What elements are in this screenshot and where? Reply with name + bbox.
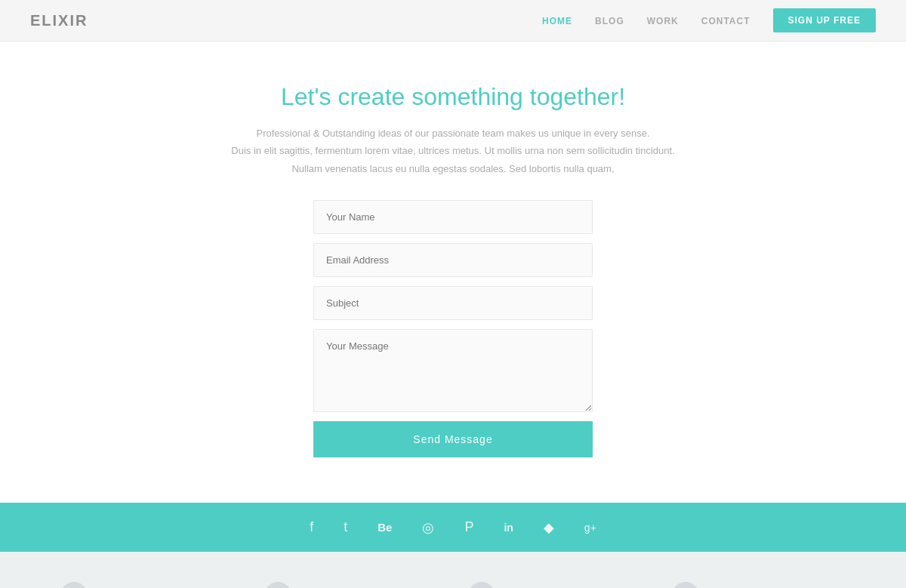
contact-section: Let's create something together! Profess…: [0, 42, 906, 503]
signup-button[interactable]: SIGN UP FREE: [773, 8, 876, 32]
footer-col-links-1-title: ⌕ Important Links: [264, 582, 438, 588]
footer-col-links-1: ⌕ Important Links Google Maps Facebook S…: [249, 582, 453, 588]
google-icon[interactable]: g+: [584, 522, 596, 534]
send-button[interactable]: Send Message: [313, 421, 593, 457]
footer-col-place-title: ● Place & Contact: [60, 582, 234, 588]
footer-col-links-3: ⌕ Important Links Google Maps Facebook S…: [657, 582, 861, 588]
footer-columns: ● Place & Contact 384 Maple Circle Simi …: [45, 582, 861, 588]
contact-desc-line1: Professional & Outstanding ideas of our …: [256, 128, 649, 139]
link-icon-1: ⌕: [264, 582, 291, 588]
subject-input[interactable]: [313, 286, 593, 320]
layers-icon[interactable]: ◆: [544, 519, 554, 536]
message-input[interactable]: [313, 329, 593, 412]
dribbble-icon[interactable]: ◎: [422, 519, 434, 536]
nav-blog[interactable]: BLOG: [595, 16, 624, 26]
contact-desc-line2: Duis in elit sagittis, fermentum lorem v…: [231, 145, 674, 156]
facebook-icon[interactable]: f: [310, 519, 313, 535]
contact-desc-line3: Nullam venenatis lacus eu nulla egestas …: [291, 163, 614, 174]
contact-description: Professional & Outstanding ideas of our …: [226, 125, 680, 177]
twitter-icon[interactable]: t: [344, 519, 347, 535]
contact-headline: Let's create something together!: [15, 83, 891, 111]
email-input[interactable]: [313, 243, 593, 277]
footer-col-links-2-title: ⌕ Important Links: [468, 582, 642, 588]
contact-form: Send Message: [313, 200, 593, 457]
linkedin-icon[interactable]: in: [504, 522, 513, 534]
name-input[interactable]: [313, 200, 593, 234]
footer-col-place: ● Place & Contact 384 Maple Circle Simi …: [45, 582, 249, 588]
link-icon-3: ⌕: [672, 582, 699, 588]
location-icon: ●: [60, 582, 88, 588]
nav-work[interactable]: WORK: [647, 16, 679, 26]
brand-logo: ELIXIR: [30, 12, 88, 29]
nav-home[interactable]: HOME: [542, 16, 572, 26]
pinterest-icon[interactable]: P: [464, 519, 473, 535]
link-icon-2: ⌕: [468, 582, 495, 588]
nav-contact[interactable]: CONTACT: [701, 16, 750, 26]
footer: ● Place & Contact 384 Maple Circle Simi …: [0, 552, 906, 588]
nav-links: HOME BLOG WORK CONTACT SIGN UP FREE: [542, 8, 876, 32]
navbar: ELIXIR HOME BLOG WORK CONTACT SIGN UP FR…: [0, 0, 906, 42]
behance-icon[interactable]: Be: [378, 521, 392, 534]
social-bar: f t Be ◎ P in ◆ g+: [0, 503, 906, 552]
footer-col-links-2: ⌕ Important Links Google Maps Facebook S…: [453, 582, 657, 588]
footer-col-links-3-title: ⌕ Important Links: [672, 582, 846, 588]
